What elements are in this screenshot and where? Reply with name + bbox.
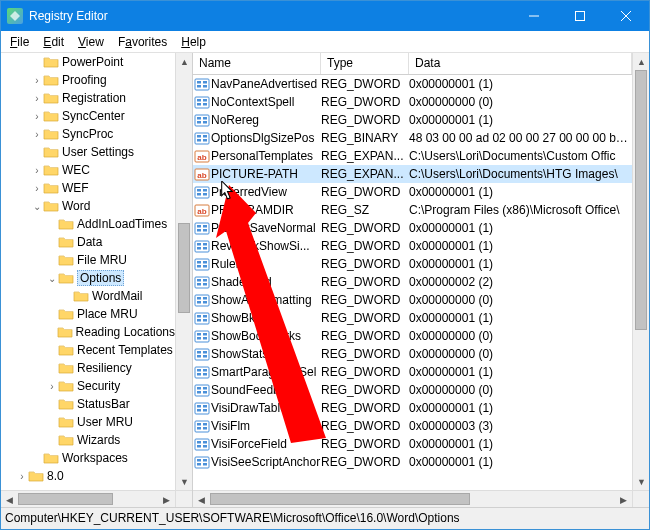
expander-icon[interactable]: › <box>31 75 43 86</box>
tree-item[interactable]: Data <box>1 233 175 251</box>
value-name: PICTURE-PATH <box>211 167 321 181</box>
dword-value-icon <box>193 274 211 290</box>
scroll-thumb[interactable] <box>635 70 647 330</box>
tree-item[interactable]: ›WEC <box>1 161 175 179</box>
column-name[interactable]: Name <box>193 53 321 74</box>
registry-value-row[interactable]: VisiFlmREG_DWORD0x00000003 (3) <box>193 417 632 435</box>
expander-icon[interactable]: ⌄ <box>31 201 43 212</box>
scroll-thumb[interactable] <box>210 493 470 505</box>
registry-value-row[interactable]: NoContextSpellREG_DWORD0x00000000 (0) <box>193 93 632 111</box>
folder-icon <box>58 217 74 231</box>
tree-item-label: SyncCenter <box>62 109 125 123</box>
tree-item[interactable]: Wizards <box>1 431 175 449</box>
registry-value-row[interactable]: ShadeFieldREG_DWORD0x00000002 (2) <box>193 273 632 291</box>
expander-icon[interactable]: › <box>31 129 43 140</box>
tree-item[interactable]: ›WEF <box>1 179 175 197</box>
close-button[interactable] <box>603 1 649 31</box>
folder-icon <box>43 145 59 159</box>
expander-icon[interactable]: ⌄ <box>46 273 58 284</box>
registry-value-row[interactable]: VisiForceFieldREG_DWORD0x00000001 (1) <box>193 435 632 453</box>
registry-value-row[interactable]: ShowAllFormattingREG_DWORD0x00000000 (0) <box>193 291 632 309</box>
svg-rect-4 <box>197 85 201 88</box>
scroll-up-icon[interactable]: ▲ <box>176 53 193 70</box>
maximize-button[interactable] <box>557 1 603 31</box>
registry-value-row[interactable]: ShowBookmarksREG_DWORD0x00000000 (0) <box>193 327 632 345</box>
menu-file[interactable]: File <box>3 33 36 51</box>
list-pane[interactable]: Name Type Data NavPaneAdvertisedREG_DWOR… <box>193 53 649 507</box>
registry-value-row[interactable]: RulerREG_DWORD0x00000001 (1) <box>193 255 632 273</box>
svg-text:ab: ab <box>197 207 206 216</box>
expander-icon[interactable]: › <box>31 165 43 176</box>
tree-item[interactable]: File MRU <box>1 251 175 269</box>
scroll-right-icon[interactable]: ▶ <box>615 491 632 508</box>
registry-value-row[interactable]: SmartParagraphSelREG_DWORD0x00000001 (1) <box>193 363 632 381</box>
tree-item[interactable]: User MRU <box>1 413 175 431</box>
tree-item[interactable]: WordMail <box>1 287 175 305</box>
scroll-left-icon[interactable]: ◀ <box>193 491 210 508</box>
registry-value-row[interactable]: NavPaneAdvertisedREG_DWORD0x00000001 (1) <box>193 75 632 93</box>
tree-item[interactable]: ›SyncProc <box>1 125 175 143</box>
expander-icon[interactable]: › <box>31 93 43 104</box>
tree-item[interactable]: Reading Locations <box>1 323 175 341</box>
menu-view[interactable]: View <box>71 33 111 51</box>
registry-value-row[interactable]: abPICTURE-PATHREG_EXPAN...C:\Users\Lori\… <box>193 165 632 183</box>
tree-item[interactable]: Recent Templates <box>1 341 175 359</box>
tree-item[interactable]: ›Registration <box>1 89 175 107</box>
tree-item[interactable]: ›SyncCenter <box>1 107 175 125</box>
list-vertical-scrollbar[interactable]: ▲ ▼ <box>632 53 649 490</box>
tree-item[interactable]: ⌄Options <box>1 269 175 287</box>
scroll-left-icon[interactable]: ◀ <box>1 491 18 507</box>
registry-value-row[interactable]: RevMarkShowSi...REG_DWORD0x00000001 (1) <box>193 237 632 255</box>
tree-item[interactable]: Workspaces <box>1 449 175 467</box>
tree-item[interactable]: AddInLoadTimes <box>1 215 175 233</box>
expander-icon[interactable]: › <box>16 471 28 482</box>
menu-help[interactable]: Help <box>174 33 213 51</box>
tree-horizontal-scrollbar[interactable]: ◀ ▶ <box>1 490 175 507</box>
registry-value-row[interactable]: ShowBkgREG_DWORD0x00000001 (1) <box>193 309 632 327</box>
registry-value-row[interactable]: SoundFeedbackREG_DWORD0x00000000 (0) <box>193 381 632 399</box>
scroll-down-icon[interactable]: ▼ <box>176 473 193 490</box>
svg-rect-37 <box>195 241 209 252</box>
column-type[interactable]: Type <box>321 53 409 74</box>
scroll-thumb[interactable] <box>18 493 113 505</box>
expander-icon[interactable]: › <box>31 183 43 194</box>
scroll-up-icon[interactable]: ▲ <box>633 53 650 70</box>
menu-edit[interactable]: Edit <box>36 33 71 51</box>
svg-rect-80 <box>197 391 201 394</box>
registry-value-row[interactable]: PromptSaveNormalREG_DWORD0x00000001 (1) <box>193 219 632 237</box>
column-data[interactable]: Data <box>409 53 632 74</box>
value-name: PromptSaveNormal <box>211 221 321 235</box>
tree-item[interactable]: ›Security <box>1 377 175 395</box>
tree-pane[interactable]: PowerPoint›Proofing›Registration›SyncCen… <box>1 53 193 507</box>
registry-value-row[interactable]: ShowStatsREG_DWORD0x00000000 (0) <box>193 345 632 363</box>
registry-value-row[interactable]: VisiDrawTableDrsREG_DWORD0x00000001 (1) <box>193 399 632 417</box>
svg-rect-8 <box>203 99 207 102</box>
tree-item-label: WEF <box>62 181 89 195</box>
tree-item[interactable]: User Settings <box>1 143 175 161</box>
tree-item[interactable]: Place MRU <box>1 305 175 323</box>
scroll-right-icon[interactable]: ▶ <box>158 491 175 507</box>
tree-item[interactable]: PowerPoint <box>1 53 175 71</box>
tree-item[interactable]: ⌄Word <box>1 197 175 215</box>
minimize-button[interactable] <box>511 1 557 31</box>
registry-value-row[interactable]: PreferredViewREG_DWORD0x00000001 (1) <box>193 183 632 201</box>
expander-icon[interactable]: › <box>31 111 43 122</box>
registry-value-row[interactable]: OptionsDlgSizePosREG_BINARY48 03 00 00 a… <box>193 129 632 147</box>
menu-favorites[interactable]: Favorites <box>111 33 174 51</box>
scroll-down-icon[interactable]: ▼ <box>633 473 650 490</box>
registry-value-row[interactable]: NoReregREG_DWORD0x00000001 (1) <box>193 111 632 129</box>
registry-value-row[interactable]: VisiSeeScriptAnchorREG_DWORD0x00000001 (… <box>193 453 632 471</box>
tree-item[interactable]: StatusBar <box>1 395 175 413</box>
scroll-thumb[interactable] <box>178 223 190 313</box>
svg-rect-53 <box>197 297 201 300</box>
tree-item[interactable]: ›8.0 <box>1 467 175 485</box>
registry-value-row[interactable]: abPersonalTemplatesREG_EXPAN...C:\Users\… <box>193 147 632 165</box>
registry-value-row[interactable]: abPROGRAMDIRREG_SZC:\Program Files (x86)… <box>193 201 632 219</box>
tree-item[interactable]: Resiliency <box>1 359 175 377</box>
tree-item[interactable]: ›Proofing <box>1 71 175 89</box>
list-horizontal-scrollbar[interactable]: ◀ ▶ <box>193 490 632 507</box>
titlebar[interactable]: Registry Editor <box>1 1 649 31</box>
tree-vertical-scrollbar[interactable]: ▲ ▼ <box>175 53 192 490</box>
expander-icon[interactable]: › <box>46 381 58 392</box>
value-data: 0x00000001 (1) <box>409 437 632 451</box>
